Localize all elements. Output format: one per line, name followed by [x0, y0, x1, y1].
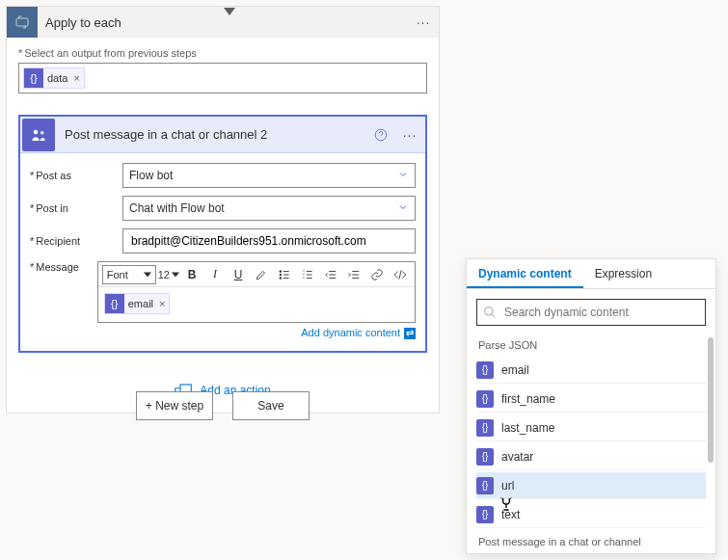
- svg-point-8: [485, 307, 493, 315]
- prev-steps-label: Select an output from previous steps: [18, 47, 427, 59]
- prev-steps-input[interactable]: {} data ×: [18, 63, 427, 93]
- post-as-label: Post as: [30, 170, 122, 181]
- chevron-down-icon: [397, 201, 409, 216]
- token-icon: {}: [476, 477, 494, 494]
- font-select[interactable]: Font: [102, 265, 156, 284]
- dc-search[interactable]: [476, 299, 706, 326]
- dc-search-input[interactable]: [502, 305, 699, 320]
- svg-rect-0: [16, 18, 28, 26]
- dc-item-avatar[interactable]: {}avatar: [476, 443, 706, 470]
- token-icon: {}: [476, 361, 494, 379]
- message-body[interactable]: {} email ×: [98, 287, 415, 322]
- svg-point-1: [34, 129, 39, 134]
- highlight-icon[interactable]: [251, 264, 272, 285]
- outdent-icon[interactable]: [320, 264, 341, 285]
- message-editor: Font 12 B I U: [97, 261, 416, 323]
- email-token[interactable]: {} email ×: [104, 293, 171, 314]
- indent-icon[interactable]: [343, 264, 364, 285]
- flow-arrow-icon: [224, 5, 235, 18]
- svg-point-5: [280, 274, 282, 276]
- save-button[interactable]: Save: [232, 391, 310, 420]
- post-in-label: Post in: [30, 202, 122, 214]
- apply-to-each-card: Apply to each ··· Select an output from …: [6, 6, 440, 413]
- dc-item-text[interactable]: {}text: [476, 501, 706, 528]
- bullet-list-icon[interactable]: [274, 264, 295, 285]
- post-as-value: Flow bot: [129, 169, 173, 182]
- plus-icon: ⇄: [404, 328, 416, 339]
- token-icon: {}: [476, 390, 494, 408]
- message-label: Message: [30, 261, 97, 273]
- italic-button[interactable]: I: [204, 264, 226, 285]
- dc-group-post-message: Post message in a chat or channel: [467, 530, 715, 547]
- loop-icon: [7, 7, 38, 38]
- dc-scrollbar[interactable]: [708, 337, 714, 463]
- chevron-down-icon: [397, 169, 409, 183]
- remove-email-token[interactable]: ×: [159, 298, 165, 309]
- apply-to-each-menu[interactable]: ···: [408, 7, 439, 38]
- apply-to-each-title: Apply to each: [38, 15, 408, 30]
- svg-point-6: [280, 277, 282, 279]
- data-token[interactable]: {} data ×: [23, 67, 85, 89]
- new-step-button[interactable]: + New step: [136, 391, 213, 420]
- dc-item-first-name[interactable]: {}first_name: [476, 386, 706, 413]
- recipient-input[interactable]: [122, 228, 416, 253]
- search-icon: [483, 306, 497, 319]
- post-message-title: Post message in a chat or channel 2: [57, 127, 367, 142]
- post-in-select[interactable]: Chat with Flow bot: [122, 196, 416, 221]
- svg-point-4: [280, 270, 282, 272]
- post-as-select[interactable]: Flow bot: [122, 163, 416, 188]
- underline-button[interactable]: U: [228, 264, 249, 285]
- tab-dynamic-content[interactable]: Dynamic content: [467, 259, 583, 288]
- data-token-label: data: [47, 72, 67, 84]
- recipient-label: Recipient: [30, 235, 122, 247]
- email-token-label: email: [128, 298, 153, 309]
- post-message-menu[interactable]: ···: [394, 120, 425, 150]
- dc-item-last-name[interactable]: {}last_name: [476, 414, 706, 441]
- dynamic-content-panel: Dynamic content Expression Parse JSON {}…: [466, 258, 716, 554]
- dc-item-url[interactable]: {}url: [476, 472, 706, 499]
- tab-expression[interactable]: Expression: [583, 259, 663, 288]
- token-icon: {}: [105, 294, 124, 313]
- add-dynamic-content-link[interactable]: Add dynamic content⇄: [97, 323, 416, 339]
- token-icon: {}: [476, 448, 494, 466]
- bold-button[interactable]: B: [181, 264, 202, 285]
- link-icon[interactable]: [366, 264, 388, 285]
- help-icon[interactable]: [367, 128, 394, 142]
- svg-point-2: [40, 131, 43, 134]
- font-size-select[interactable]: 12: [158, 269, 179, 280]
- post-in-value: Chat with Flow bot: [129, 201, 225, 215]
- apply-to-each-header[interactable]: Apply to each ···: [7, 7, 439, 38]
- token-icon: {}: [476, 506, 494, 523]
- teams-icon: [22, 119, 55, 151]
- code-view-icon[interactable]: [390, 264, 411, 285]
- post-message-header[interactable]: Post message in a chat or channel 2 ···: [20, 117, 425, 153]
- token-icon: {}: [24, 68, 43, 88]
- post-message-card: Post message in a chat or channel 2 ··· …: [18, 115, 427, 353]
- token-icon: {}: [476, 419, 494, 437]
- dc-item-email[interactable]: {}email: [476, 357, 706, 384]
- remove-data-token[interactable]: ×: [73, 72, 79, 84]
- dc-group-parse-json: Parse JSON: [467, 333, 715, 355]
- rte-toolbar: Font 12 B I U: [98, 262, 415, 287]
- recipient-field[interactable]: [129, 233, 409, 249]
- number-list-icon[interactable]: [297, 264, 318, 285]
